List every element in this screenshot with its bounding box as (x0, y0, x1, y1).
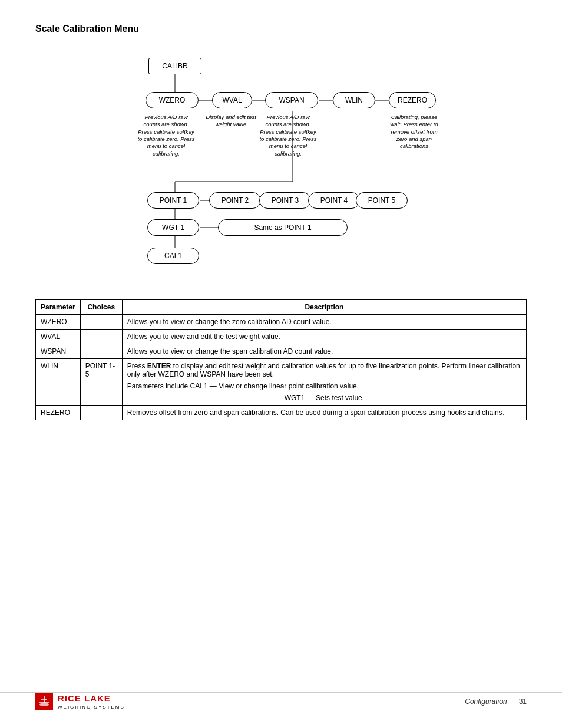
point1-box: POINT 1 (147, 192, 199, 209)
row-wspan-param: WSPAN (36, 344, 81, 359)
row-wval-desc: Allows you to view and edit the test wei… (122, 330, 526, 344)
row-wspan-desc: Allows you to view or change the span ca… (122, 344, 526, 359)
col-header-parameter: Parameter (36, 300, 81, 315)
row-wzero-desc: Allows you to view or change the zero ca… (122, 315, 526, 330)
wval-desc: Display and edit test weight value (204, 114, 257, 129)
row-wval-choices (80, 330, 122, 344)
diagram-container: CALIBR WZERO WVAL WSPAN WLIN REZERO Prev… (35, 52, 527, 276)
footer-logo: RICE LAKE WEIGHING SYSTEMS (35, 693, 125, 710)
row-wzero-choices (80, 315, 122, 330)
row-rezero-desc: Removes offset from zero and span calibr… (122, 406, 526, 420)
footer-section: Configuration (465, 697, 507, 706)
footer-right: Configuration 31 (465, 697, 527, 706)
point2-box: POINT 2 (209, 192, 261, 209)
wzero-desc: Previous A/D raw counts are shown. Press… (137, 114, 196, 157)
wspan-desc: Previous A/D raw counts are shown. Press… (259, 114, 318, 157)
row-rezero-choices (80, 406, 122, 420)
table-row-wzero: WZERO Allows you to view or change the z… (36, 315, 527, 330)
row-wlin-param: WLIN (36, 359, 81, 406)
wzero-box: WZERO (146, 92, 199, 108)
col-header-choices: Choices (80, 300, 122, 315)
cal1-box: CAL1 (147, 248, 199, 264)
calibr-box: CALIBR (148, 58, 201, 74)
wval-box: WVAL (212, 92, 252, 108)
table-row-wlin: WLIN POINT 1-5 Press ENTER to display an… (36, 359, 527, 406)
footer: RICE LAKE WEIGHING SYSTEMS Configuration… (0, 692, 562, 710)
connector-svg (81, 52, 481, 276)
row-rezero-param: REZERO (36, 406, 81, 420)
table-row-wval: WVAL Allows you to view and edit the tes… (36, 330, 527, 344)
wgt1-box: WGT 1 (147, 219, 199, 236)
wspan-box: WSPAN (265, 92, 318, 108)
wlin-box: WLIN (333, 92, 375, 108)
footer-page: 31 (519, 697, 527, 706)
rezero-box: REZERO (389, 92, 436, 108)
col-header-description: Description (122, 300, 526, 315)
row-wlin-choices: POINT 1-5 (80, 359, 122, 406)
row-wlin-desc: Press ENTER to display and edit test wei… (122, 359, 526, 406)
row-wzero-param: WZERO (36, 315, 81, 330)
point4-box: POINT 4 (308, 192, 360, 209)
row-wval-param: WVAL (36, 330, 81, 344)
logo-rice: RICE LAKE (58, 693, 111, 703)
logo-box: RICE LAKE WEIGHING SYSTEMS (35, 693, 125, 710)
row-wspan-choices (80, 344, 122, 359)
logo-subtitle: WEIGHING SYSTEMS (58, 704, 125, 710)
table-row-wspan: WSPAN Allows you to view or change the s… (36, 344, 527, 359)
table-row-rezero: REZERO Removes offset from zero and span… (36, 406, 527, 420)
point5-box: POINT 5 (356, 192, 408, 209)
parameter-table: Parameter Choices Description WZERO Allo… (35, 299, 527, 420)
svg-point-16 (39, 703, 49, 706)
page-title: Scale Calibration Menu (35, 24, 527, 34)
rezero-desc: Calibrating, please wait. Press enter to… (385, 114, 444, 150)
diagram: CALIBR WZERO WVAL WSPAN WLIN REZERO Prev… (81, 52, 481, 276)
same-as-box: Same as POINT 1 (218, 219, 348, 236)
point3-box: POINT 3 (259, 192, 311, 209)
logo-icon (35, 693, 53, 710)
